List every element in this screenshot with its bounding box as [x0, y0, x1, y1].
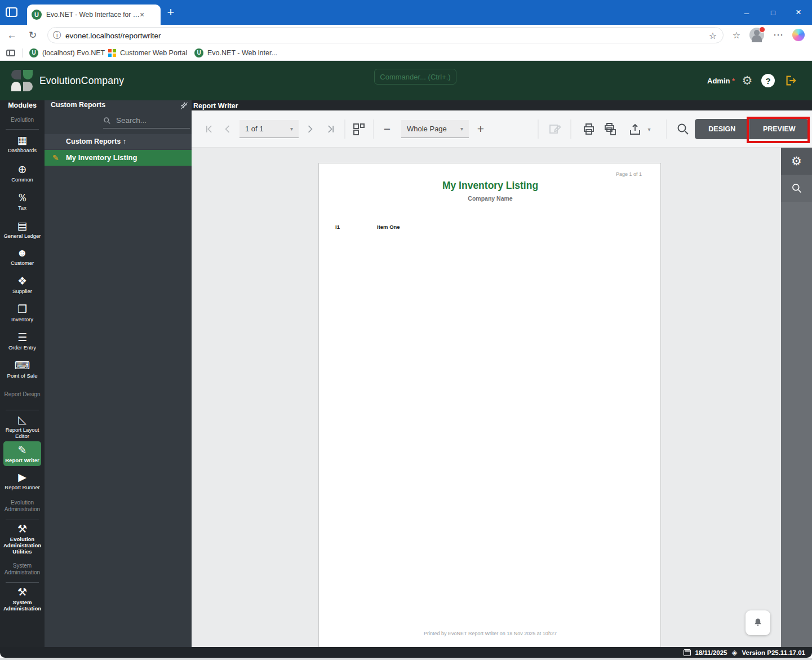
- search-document-icon[interactable]: [676, 122, 690, 136]
- evonet-favicon: U: [194, 48, 203, 57]
- sidebar-item-evolution-administration-utilities[interactable]: ⚒Evolution Administration Utilities: [0, 523, 45, 555]
- report-footer: Printed by EvoNET Report Writer on 18 No…: [319, 631, 662, 636]
- search-input[interactable]: [115, 116, 182, 125]
- previous-page-icon[interactable]: [222, 123, 233, 135]
- tab-overview-icon[interactable]: [6, 7, 17, 17]
- browser-tab[interactable]: U Evo.NET - Web Interface for Sage ×: [27, 5, 161, 25]
- refresh-icon[interactable]: ↻: [29, 29, 37, 41]
- cash-register-icon: ⌨: [0, 360, 45, 372]
- notifications-button[interactable]: [746, 610, 770, 635]
- report-list-item-selected[interactable]: ✎ My Inventory Listing: [45, 150, 192, 166]
- divider: [6, 520, 39, 520]
- zoom-level-dropdown[interactable]: Whole Page▾: [401, 120, 469, 138]
- toolbar-divider: [571, 119, 571, 139]
- design-button[interactable]: DESIGN: [695, 119, 749, 139]
- profile-avatar[interactable]: [749, 28, 764, 42]
- wrench-icon: ⚒: [0, 523, 45, 535]
- browser-menu-icon[interactable]: ⋯: [773, 29, 783, 41]
- bookmark-customer-web-portal[interactable]: Customer Web Portal: [108, 49, 187, 57]
- minimize-icon[interactable]: –: [744, 8, 749, 17]
- preview-button[interactable]: PREVIEW: [749, 119, 809, 139]
- page-indicator-dropdown[interactable]: 1 of 1▾: [239, 120, 299, 138]
- report-name: My Inventory Listing: [66, 153, 137, 162]
- tab-report-writer[interactable]: Report Writer: [193, 101, 238, 111]
- favorite-star-icon[interactable]: ☆: [709, 30, 717, 41]
- company-name: EvolutionCompany: [39, 75, 124, 87]
- viewer-search-tile[interactable]: [781, 175, 812, 202]
- screen: U Evo.NET - Web Interface for Sage × + –…: [0, 0, 812, 660]
- sidebar-item-general-ledger[interactable]: ▤General Ledger: [0, 220, 45, 239]
- document-tab-bar: Report Writer: [192, 100, 812, 110]
- zoom-in-icon[interactable]: +: [477, 122, 484, 136]
- sidebar-item-common[interactable]: ⊕Common: [0, 163, 45, 183]
- toolbar-divider: [345, 119, 345, 139]
- sidebar-item-supplier[interactable]: ❖Supplier: [0, 275, 45, 294]
- reports-search[interactable]: [103, 113, 190, 129]
- ruler-pencil-icon: ◺: [0, 414, 45, 426]
- evonet-favicon: U: [32, 10, 42, 20]
- modules-sidebar: Modules Evolution ▦Dashboards ⊕Common ％T…: [0, 100, 45, 647]
- divider: [6, 582, 39, 583]
- divider: [6, 410, 39, 410]
- window-close-icon[interactable]: ×: [796, 7, 801, 18]
- export-chevron-icon[interactable]: ▾: [647, 126, 650, 132]
- sidebar-item-system-administration[interactable]: ⚒System Administration: [0, 586, 45, 612]
- status-version: Version P25.11.17.01: [742, 649, 805, 656]
- report-viewer-toolbar: 1 of 1▾ − Whole Page▾ + ▾ DESIGN PREVIE: [192, 110, 812, 148]
- bookmarks-divider: [23, 48, 23, 57]
- help-icon[interactable]: ?: [761, 74, 775, 87]
- section-label-evolution: Evolution: [0, 117, 45, 123]
- last-page-icon[interactable]: [325, 123, 336, 135]
- sidebar-item-customer[interactable]: ☻Customer: [0, 247, 45, 266]
- bookmarks-bar: U (localhost) Evo.NET Customer Web Porta…: [0, 45, 812, 61]
- reports-list-header[interactable]: Custom Reports ↑: [45, 134, 192, 149]
- evolution-logo: [11, 70, 33, 91]
- bookmark-evonet-web[interactable]: U Evo.NET - Web inter...: [194, 48, 277, 57]
- new-tab-icon[interactable]: +: [167, 5, 175, 20]
- copilot-icon[interactable]: [792, 29, 805, 41]
- pencil-wrench-icon: ✎: [3, 444, 41, 457]
- sidebar-item-order-entry[interactable]: ☰Order Entry: [0, 331, 45, 351]
- gear-icon: ⚙: [791, 154, 802, 168]
- export-icon[interactable]: [628, 122, 642, 136]
- calendar-icon: [684, 649, 691, 656]
- sidebar-item-dashboards[interactable]: ▦Dashboards: [0, 134, 45, 153]
- settings-gear-icon[interactable]: ⚙: [742, 74, 753, 87]
- favorites-hub-icon[interactable]: ☆: [733, 30, 740, 41]
- sidebar-pane-icon[interactable]: [6, 50, 15, 56]
- next-page-icon[interactable]: [304, 123, 316, 135]
- divider: [6, 129, 39, 130]
- sidebar-title: Modules: [0, 100, 45, 110]
- first-page-icon[interactable]: [203, 123, 215, 135]
- notification-dot: [759, 26, 765, 33]
- sidebar-item-point-of-sale[interactable]: ⌨Point of Sale: [0, 360, 45, 379]
- back-icon[interactable]: ←: [7, 29, 17, 41]
- thumbnails-icon[interactable]: [352, 122, 366, 136]
- site-info-icon[interactable]: ⓘ: [53, 30, 61, 41]
- bookmark-localhost-evonet[interactable]: U (localhost) Evo.NET: [29, 48, 105, 57]
- print-page-icon[interactable]: [604, 122, 617, 136]
- maximize-icon[interactable]: □: [771, 8, 775, 17]
- evonet-favicon: U: [29, 48, 38, 57]
- sidebar-item-report-writer[interactable]: ✎Report Writer: [3, 441, 41, 466]
- address-bar[interactable]: ⓘ evonet.localhost/reportwriter ☆: [47, 27, 724, 43]
- commander-search[interactable]: Commander... (Ctrl+.): [374, 69, 456, 85]
- report-page: Page 1 of 1 My Inventory Listing Company…: [318, 163, 661, 648]
- print-icon[interactable]: [582, 122, 596, 136]
- sidebar-item-report-runner[interactable]: ▶Report Runner: [0, 471, 45, 490]
- sidebar-item-inventory[interactable]: ❒Inventory: [0, 303, 45, 322]
- viewer-settings-tile[interactable]: ⚙: [781, 148, 812, 175]
- unpin-icon[interactable]: [180, 101, 188, 109]
- zoom-out-icon[interactable]: −: [384, 122, 391, 136]
- tab-close-icon[interactable]: ×: [140, 10, 144, 19]
- browser-toolbar: ← ↻ ⓘ evonet.localhost/reportwriter ☆ ☆ …: [0, 25, 812, 45]
- search-icon: [103, 117, 111, 125]
- url-text[interactable]: evonet.localhost/reportwriter: [65, 31, 161, 39]
- logout-icon[interactable]: [784, 74, 797, 87]
- current-user[interactable]: Admin *: [707, 77, 735, 85]
- status-bar: 18/11/2025 ◈ Version P25.11.17.01: [0, 647, 812, 658]
- sidebar-item-tax[interactable]: ％Tax: [0, 192, 45, 211]
- sidebar-item-report-layout-editor[interactable]: ◺Report Layout Editor: [0, 414, 45, 439]
- browser-tab-strip: U Evo.NET - Web Interface for Sage × + –…: [0, 0, 812, 25]
- toolbar-divider: [667, 119, 667, 139]
